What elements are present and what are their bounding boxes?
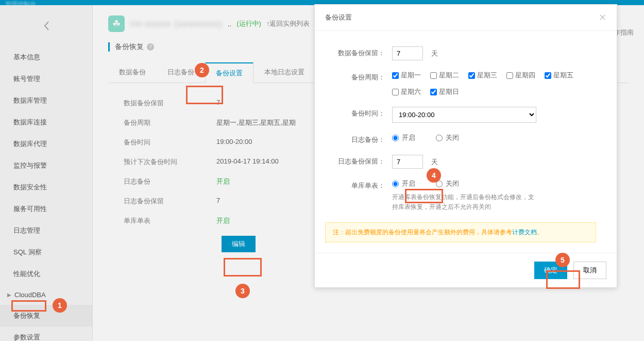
checkbox-thu[interactable]: 星期四 xyxy=(506,71,535,80)
radio-log-off[interactable]: 关闭 xyxy=(436,133,459,142)
data-retain-input[interactable] xyxy=(392,46,423,60)
form-row-log-retain: 日志备份保留： 天 xyxy=(325,155,596,169)
form-row-data-retain: 数据备份保留： 天 xyxy=(325,46,596,60)
modal-body: 数据备份保留： 天 备份周期： 星期一 星期二 星期三 星期四 星期五 星期六 … xyxy=(315,31,617,253)
checkbox-input[interactable] xyxy=(392,72,399,79)
form-label: 备份周期： xyxy=(325,71,392,82)
modal-title: 备份设置 xyxy=(325,13,352,22)
form-label: 数据备份保留： xyxy=(325,46,392,58)
unit-day: 天 xyxy=(431,158,438,166)
form-label: 单库单表： xyxy=(325,179,392,190)
modal-footer: 确定 取消 xyxy=(315,253,617,287)
notice-text: 超出免费额度的备份使用量将会产生额外的费用，具体请参考 xyxy=(345,229,512,236)
modal-header: 备份设置 ✕ xyxy=(315,5,617,31)
radio-input[interactable] xyxy=(392,135,399,141)
checkbox-tue[interactable]: 星期二 xyxy=(430,71,459,80)
cancel-button[interactable]: 取消 xyxy=(573,262,606,279)
checkbox-wed[interactable]: 星期三 xyxy=(468,71,497,80)
close-icon[interactable]: ✕ xyxy=(599,12,606,23)
annotation-badge-4: 4 xyxy=(427,168,441,183)
form-label: 备份时间： xyxy=(325,107,392,118)
checkbox-input[interactable] xyxy=(392,89,399,95)
annotation-badge-1: 1 xyxy=(53,298,67,313)
backup-time-select[interactable]: 19:00-20:00 xyxy=(392,107,536,123)
single-hint: 开通库表备份恢复功能，开通后备份格式会修改，支持库表恢复，开通之后不允许再关闭 xyxy=(392,192,536,212)
checkbox-input[interactable] xyxy=(545,72,551,79)
form-row-single: 单库单表： 开启 关闭 开通库表备份恢复功能，开通后备份格式会修改，支持库表恢复… xyxy=(325,179,596,212)
checkbox-sun[interactable]: 星期日 xyxy=(430,87,459,96)
weekday-checkboxes: 星期一 星期二 星期三 星期四 星期五 星期六 星期日 xyxy=(392,71,596,96)
notice-box: 注：超出免费额度的备份使用量将会产生额外的费用，具体请参考计费文档。 xyxy=(325,222,596,242)
radio-input[interactable] xyxy=(392,181,399,187)
checkbox-fri[interactable]: 星期五 xyxy=(545,71,573,80)
radio-single-on[interactable]: 开启 xyxy=(392,179,415,188)
annotation-badge-2: 2 xyxy=(195,63,209,77)
form-label: 日志备份保留： xyxy=(325,155,392,166)
notice-prefix: 注： xyxy=(333,229,345,236)
checkbox-input[interactable] xyxy=(430,72,437,79)
checkbox-input[interactable] xyxy=(430,89,437,95)
log-retain-input[interactable] xyxy=(392,155,423,169)
checkbox-sat[interactable]: 星期六 xyxy=(392,87,421,96)
form-row-cycle: 备份周期： 星期一 星期二 星期三 星期四 星期五 星期六 星期日 xyxy=(325,71,596,96)
checkbox-input[interactable] xyxy=(506,72,513,79)
checkbox-input[interactable] xyxy=(468,72,475,79)
radio-single-off[interactable]: 关闭 xyxy=(436,179,459,188)
unit-day: 天 xyxy=(431,50,438,57)
form-row-time: 备份时间： 19:00-20:00 xyxy=(325,107,596,123)
radio-input[interactable] xyxy=(436,135,443,141)
checkbox-mon[interactable]: 星期一 xyxy=(392,71,421,80)
annotation-badge-5: 5 xyxy=(555,253,570,267)
backup-settings-modal: 备份设置 ✕ 数据备份保留： 天 备份周期： 星期一 星期二 星期三 星期四 星… xyxy=(314,4,617,288)
billing-doc-link[interactable]: 计费文档 xyxy=(512,229,537,236)
annotation-badge-3: 3 xyxy=(235,284,250,298)
form-row-log-backup: 日志备份： 开启 关闭 xyxy=(325,133,596,144)
radio-log-on[interactable]: 开启 xyxy=(392,133,415,142)
form-label: 日志备份： xyxy=(325,133,392,144)
